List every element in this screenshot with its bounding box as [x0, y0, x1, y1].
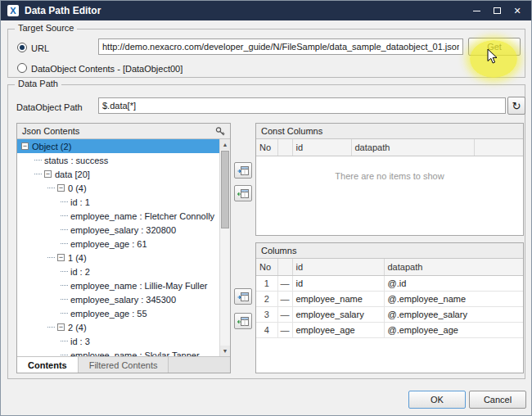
- columns-header-cell: datapath: [384, 259, 523, 275]
- const-columns-header-row: Noiddatapath: [256, 139, 523, 156]
- tree-connector: [61, 271, 68, 272]
- tree-node-label: 2 (4): [68, 323, 87, 332]
- columns-row[interactable]: 4—employee_age@.employee_age: [256, 322, 523, 337]
- tree-connector: [47, 188, 55, 188]
- target-source-legend: Target Source: [15, 23, 77, 33]
- tree-node[interactable]: employee_name : Skylar Tanner: [17, 348, 219, 356]
- tree-connector: [61, 299, 68, 300]
- tree-collapse-icon[interactable]: −: [57, 254, 65, 261]
- tree-node[interactable]: employee_salary : 320800: [17, 223, 219, 237]
- tree-node[interactable]: −2 (4): [17, 320, 219, 334]
- tree-node[interactable]: −Object (2): [17, 139, 219, 153]
- tree-node[interactable]: id : 3: [17, 334, 219, 348]
- columns-panel: Columns Noiddatapath 1—id@.id2—employee_…: [255, 242, 524, 373]
- grid-transfer-right-icon: [237, 292, 250, 302]
- remove-const-column-button[interactable]: [234, 185, 252, 201]
- tree-node[interactable]: −1 (4): [17, 251, 219, 265]
- tree-node-label: 0 (4): [68, 183, 87, 193]
- tab-filtered-contents[interactable]: Filtered Contents: [79, 357, 169, 373]
- row-handle-icon: —: [277, 322, 292, 337]
- tree-collapse-icon[interactable]: −: [44, 170, 52, 178]
- tree-collapse-icon[interactable]: −: [57, 323, 65, 331]
- grid-transfer-left-icon: [237, 188, 250, 199]
- tree-collapse-icon[interactable]: −: [57, 184, 65, 192]
- tree-node[interactable]: −data [20]: [17, 167, 219, 181]
- columns-header-cell: No: [256, 259, 277, 275]
- key-icon[interactable]: [215, 126, 225, 136]
- tree-connector: [34, 174, 42, 174]
- cancel-button[interactable]: Cancel: [469, 391, 526, 409]
- tree-node[interactable]: id : 2: [17, 265, 219, 278]
- scrollbar-thumb[interactable]: [221, 151, 229, 228]
- const-columns-title: Const Columns: [261, 126, 518, 136]
- close-button[interactable]: ✕: [510, 3, 525, 18]
- refresh-button[interactable]: ↻: [507, 97, 525, 115]
- tree-node-label: Object (2): [32, 142, 71, 151]
- tree-node[interactable]: employee_name : Lillie-May Fuller: [17, 278, 219, 292]
- columns-row[interactable]: 1—id@.id: [256, 275, 523, 291]
- dataobject-path-input[interactable]: [98, 97, 506, 114]
- target-source-group: Target Source URL Get DataObject Content…: [7, 29, 525, 78]
- tree-scrollbar[interactable]: ▲ ▼: [219, 139, 230, 356]
- json-contents-title: Json Contents: [22, 126, 215, 136]
- grid-transfer-right-icon: [237, 165, 250, 176]
- tree-node[interactable]: employee_age : 55: [17, 306, 219, 320]
- columns-header: Columns: [256, 243, 523, 259]
- const-column-header-cell: No: [256, 139, 277, 156]
- url-radio[interactable]: [17, 43, 27, 52]
- column-datapath-cell: @.id: [384, 275, 523, 291]
- url-radio-label[interactable]: URL: [31, 43, 49, 54]
- tree-connector: [61, 215, 68, 216]
- remove-column-button[interactable]: [234, 313, 252, 329]
- minimize-icon: [473, 11, 480, 11]
- tree-node[interactable]: employee_age : 61: [17, 237, 219, 251]
- url-input[interactable]: [98, 38, 463, 55]
- data-path-group: Data Path DataObject Path ↻ Json Content…: [7, 84, 525, 379]
- ok-button[interactable]: OK: [408, 391, 466, 409]
- titlebar: X Data Path Editor ✕: [1, 1, 531, 20]
- columns-title: Columns: [261, 246, 518, 255]
- columns-row[interactable]: 2—employee_name@.employee_name: [256, 291, 523, 306]
- tree-connector: [47, 257, 55, 258]
- tab-contents[interactable]: Contents: [17, 357, 79, 373]
- columns-row[interactable]: 3—employee_salary@.employee_salary: [256, 306, 523, 322]
- tree-connector: [47, 327, 55, 328]
- tree-node[interactable]: employee_name : Fletcher Connolly: [17, 209, 219, 223]
- tree-node[interactable]: status : success: [17, 153, 219, 167]
- scroll-up-icon[interactable]: ▲: [220, 139, 230, 150]
- tree-node-label: employee_age : 55: [70, 309, 147, 319]
- tree-node[interactable]: −0 (4): [17, 181, 219, 195]
- columns-header-cell: id: [292, 259, 384, 275]
- json-contents-header: Json Contents: [17, 124, 230, 139]
- column-id-cell: employee_age: [292, 322, 384, 337]
- tree-node[interactable]: id : 1: [17, 195, 219, 209]
- dataobject-contents-radio[interactable]: [17, 63, 27, 73]
- get-button[interactable]: Get: [468, 38, 521, 56]
- data-path-legend: Data Path: [15, 79, 61, 88]
- tree-node[interactable]: employee_salary : 345300: [17, 292, 219, 306]
- column-id-cell: id: [292, 275, 384, 291]
- scroll-down-icon[interactable]: ▼: [220, 346, 230, 356]
- row-number-cell: 2: [256, 291, 277, 306]
- tree-node-label: employee_name : Lillie-May Fuller: [70, 281, 208, 291]
- tree-node-label: data [20]: [55, 170, 90, 179]
- tree-collapse-icon[interactable]: −: [21, 142, 29, 150]
- add-column-button[interactable]: [234, 288, 252, 305]
- tree-connector: [61, 341, 68, 341]
- column-id-cell: employee_name: [292, 291, 384, 306]
- const-column-header-cell: [277, 139, 292, 156]
- add-const-column-button[interactable]: [234, 162, 252, 179]
- const-columns-grid: Noiddatapath: [256, 139, 523, 156]
- column-id-cell: employee_salary: [292, 306, 384, 322]
- data-path-editor-window: X Data Path Editor ✕ Target Source URL G…: [0, 0, 532, 416]
- tree-node-label: employee_salary : 320800: [70, 225, 176, 235]
- maximize-icon: [494, 7, 501, 14]
- tree-connector: [61, 243, 68, 244]
- dataobject-contents-radio-label[interactable]: DataObject Contents - [DataObject00]: [31, 64, 183, 75]
- json-contents-panel: Json Contents −Object (2)status : succes…: [16, 123, 231, 373]
- tree-node-label: 1 (4): [68, 253, 87, 263]
- row-number-cell: 1: [256, 275, 277, 291]
- maximize-button[interactable]: [489, 3, 504, 18]
- minimize-button[interactable]: [469, 3, 484, 18]
- const-columns-empty-message: There are no items to show: [256, 171, 523, 181]
